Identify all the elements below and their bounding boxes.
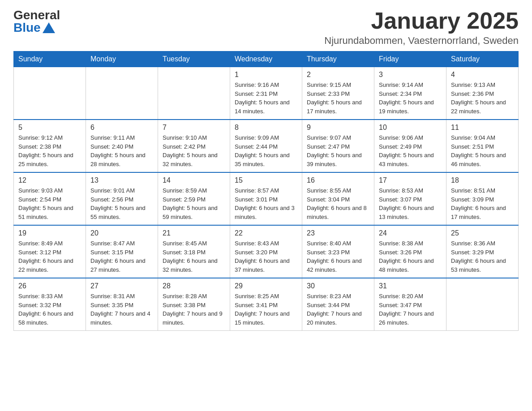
- day-number: 20: [90, 229, 153, 237]
- calendar-cell: 21Sunrise: 8:45 AMSunset: 3:18 PMDayligh…: [158, 225, 230, 278]
- calendar-cell: 16Sunrise: 8:55 AMSunset: 3:04 PMDayligh…: [302, 172, 374, 225]
- day-info: Sunrise: 9:04 AMSunset: 2:51 PMDaylight:…: [451, 133, 514, 168]
- calendar-cell: 28Sunrise: 8:28 AMSunset: 3:38 PMDayligh…: [158, 278, 230, 331]
- calendar-cell: 30Sunrise: 8:23 AMSunset: 3:44 PMDayligh…: [302, 278, 374, 331]
- calendar-cell: 31Sunrise: 8:20 AMSunset: 3:47 PMDayligh…: [374, 278, 446, 331]
- location-subtitle: Njurundabommen, Vaesternorrland, Sweden: [324, 35, 519, 47]
- day-number: 15: [235, 176, 297, 184]
- calendar-cell: 7Sunrise: 9:10 AMSunset: 2:42 PMDaylight…: [158, 120, 230, 172]
- calendar-cell: 9Sunrise: 9:07 AMSunset: 2:47 PMDaylight…: [302, 120, 374, 172]
- calendar-week-row: 19Sunrise: 8:49 AMSunset: 3:12 PMDayligh…: [14, 225, 519, 278]
- logo: General Blue: [13, 9, 60, 34]
- calendar-cell: 3Sunrise: 9:14 AMSunset: 2:34 PMDaylight…: [374, 67, 446, 120]
- calendar-cell: 10Sunrise: 9:06 AMSunset: 2:49 PMDayligh…: [374, 120, 446, 172]
- header-tuesday: Tuesday: [158, 51, 230, 67]
- day-info: Sunrise: 9:12 AMSunset: 2:38 PMDaylight:…: [18, 133, 81, 168]
- day-number: 3: [379, 71, 442, 79]
- calendar-cell: 2Sunrise: 9:15 AMSunset: 2:33 PMDaylight…: [302, 67, 374, 120]
- calendar-cell: 14Sunrise: 8:59 AMSunset: 2:59 PMDayligh…: [158, 172, 230, 225]
- day-number: 31: [379, 282, 442, 290]
- calendar-cell: 23Sunrise: 8:40 AMSunset: 3:23 PMDayligh…: [302, 225, 374, 278]
- day-number: 5: [18, 124, 81, 132]
- header-thursday: Thursday: [302, 51, 374, 67]
- day-number: 12: [18, 176, 81, 184]
- day-info: Sunrise: 8:57 AMSunset: 3:01 PMDaylight:…: [235, 186, 297, 221]
- header-sunday: Sunday: [14, 51, 86, 67]
- day-number: 14: [163, 176, 225, 184]
- day-info: Sunrise: 9:13 AMSunset: 2:36 PMDaylight:…: [451, 81, 514, 116]
- day-info: Sunrise: 8:36 AMSunset: 3:29 PMDaylight:…: [451, 239, 514, 274]
- day-info: Sunrise: 8:33 AMSunset: 3:32 PMDaylight:…: [18, 292, 81, 327]
- calendar-cell: 11Sunrise: 9:04 AMSunset: 2:51 PMDayligh…: [446, 120, 519, 172]
- calendar-cell: 13Sunrise: 9:01 AMSunset: 2:56 PMDayligh…: [86, 172, 158, 225]
- day-number: 7: [163, 124, 225, 132]
- calendar-cell: 15Sunrise: 8:57 AMSunset: 3:01 PMDayligh…: [230, 172, 302, 225]
- day-info: Sunrise: 9:16 AMSunset: 2:31 PMDaylight:…: [235, 81, 297, 116]
- day-info: Sunrise: 8:49 AMSunset: 3:12 PMDaylight:…: [18, 239, 81, 274]
- day-number: 19: [18, 229, 81, 237]
- calendar-week-row: 26Sunrise: 8:33 AMSunset: 3:32 PMDayligh…: [14, 278, 519, 331]
- day-info: Sunrise: 8:59 AMSunset: 2:59 PMDaylight:…: [163, 186, 225, 221]
- day-number: 8: [235, 124, 297, 132]
- day-number: 27: [90, 282, 153, 290]
- calendar-cell: 12Sunrise: 9:03 AMSunset: 2:54 PMDayligh…: [14, 172, 86, 225]
- day-number: 4: [451, 71, 514, 79]
- day-info: Sunrise: 8:25 AMSunset: 3:41 PMDaylight:…: [235, 292, 297, 327]
- calendar-cell: 6Sunrise: 9:11 AMSunset: 2:40 PMDaylight…: [86, 120, 158, 172]
- calendar-week-row: 1Sunrise: 9:16 AMSunset: 2:31 PMDaylight…: [14, 67, 519, 120]
- day-number: 26: [18, 282, 81, 290]
- header-wednesday: Wednesday: [230, 51, 302, 67]
- day-number: 22: [235, 229, 297, 237]
- day-info: Sunrise: 8:40 AMSunset: 3:23 PMDaylight:…: [307, 239, 369, 274]
- day-info: Sunrise: 8:47 AMSunset: 3:15 PMDaylight:…: [90, 239, 153, 274]
- calendar-cell: 27Sunrise: 8:31 AMSunset: 3:35 PMDayligh…: [86, 278, 158, 331]
- calendar-cell: 20Sunrise: 8:47 AMSunset: 3:15 PMDayligh…: [86, 225, 158, 278]
- day-info: Sunrise: 9:01 AMSunset: 2:56 PMDaylight:…: [90, 186, 153, 221]
- day-number: 9: [307, 124, 369, 132]
- calendar-cell: 18Sunrise: 8:51 AMSunset: 3:09 PMDayligh…: [446, 172, 519, 225]
- day-info: Sunrise: 8:28 AMSunset: 3:38 PMDaylight:…: [163, 292, 225, 327]
- calendar-cell: 8Sunrise: 9:09 AMSunset: 2:44 PMDaylight…: [230, 120, 302, 172]
- day-number: 25: [451, 229, 514, 237]
- calendar-cell: 5Sunrise: 9:12 AMSunset: 2:38 PMDaylight…: [14, 120, 86, 172]
- calendar-cell: 26Sunrise: 8:33 AMSunset: 3:32 PMDayligh…: [14, 278, 86, 331]
- calendar-cell: 25Sunrise: 8:36 AMSunset: 3:29 PMDayligh…: [446, 225, 519, 278]
- calendar-cell: 22Sunrise: 8:43 AMSunset: 3:20 PMDayligh…: [230, 225, 302, 278]
- day-info: Sunrise: 9:09 AMSunset: 2:44 PMDaylight:…: [235, 133, 297, 168]
- day-number: 28: [163, 282, 225, 290]
- day-info: Sunrise: 9:10 AMSunset: 2:42 PMDaylight:…: [163, 133, 225, 168]
- day-info: Sunrise: 9:06 AMSunset: 2:49 PMDaylight:…: [379, 133, 442, 168]
- day-number: 13: [90, 176, 153, 184]
- logo-blue-text: Blue: [13, 21, 55, 34]
- day-info: Sunrise: 8:53 AMSunset: 3:07 PMDaylight:…: [379, 186, 442, 221]
- day-number: 11: [451, 124, 514, 132]
- day-info: Sunrise: 8:23 AMSunset: 3:44 PMDaylight:…: [307, 292, 369, 327]
- calendar-week-row: 5Sunrise: 9:12 AMSunset: 2:38 PMDaylight…: [14, 120, 519, 172]
- day-number: 10: [379, 124, 442, 132]
- day-number: 16: [307, 176, 369, 184]
- calendar-week-row: 12Sunrise: 9:03 AMSunset: 2:54 PMDayligh…: [14, 172, 519, 225]
- day-number: 1: [235, 71, 297, 79]
- calendar-cell: 17Sunrise: 8:53 AMSunset: 3:07 PMDayligh…: [374, 172, 446, 225]
- day-info: Sunrise: 9:07 AMSunset: 2:47 PMDaylight:…: [307, 133, 369, 168]
- day-number: 23: [307, 229, 369, 237]
- day-info: Sunrise: 8:55 AMSunset: 3:04 PMDaylight:…: [307, 186, 369, 221]
- calendar-cell: [14, 67, 86, 120]
- day-number: 6: [90, 124, 153, 132]
- calendar-cell: 19Sunrise: 8:49 AMSunset: 3:12 PMDayligh…: [14, 225, 86, 278]
- day-info: Sunrise: 8:31 AMSunset: 3:35 PMDaylight:…: [90, 292, 153, 327]
- day-info: Sunrise: 9:11 AMSunset: 2:40 PMDaylight:…: [90, 133, 153, 168]
- calendar-cell: 4Sunrise: 9:13 AMSunset: 2:36 PMDaylight…: [446, 67, 519, 120]
- day-info: Sunrise: 8:38 AMSunset: 3:26 PMDaylight:…: [379, 239, 442, 274]
- month-year-title: January 2025: [324, 9, 519, 32]
- day-info: Sunrise: 8:43 AMSunset: 3:20 PMDaylight:…: [235, 239, 297, 274]
- header-saturday: Saturday: [446, 51, 519, 67]
- day-number: 2: [307, 71, 369, 79]
- day-info: Sunrise: 9:03 AMSunset: 2:54 PMDaylight:…: [18, 186, 81, 221]
- day-number: 17: [379, 176, 442, 184]
- day-info: Sunrise: 8:51 AMSunset: 3:09 PMDaylight:…: [451, 186, 514, 221]
- day-info: Sunrise: 8:20 AMSunset: 3:47 PMDaylight:…: [379, 292, 442, 327]
- header-monday: Monday: [86, 51, 158, 67]
- title-area: January 2025 Njurundabommen, Vaesternorr…: [324, 9, 519, 47]
- day-number: 24: [379, 229, 442, 237]
